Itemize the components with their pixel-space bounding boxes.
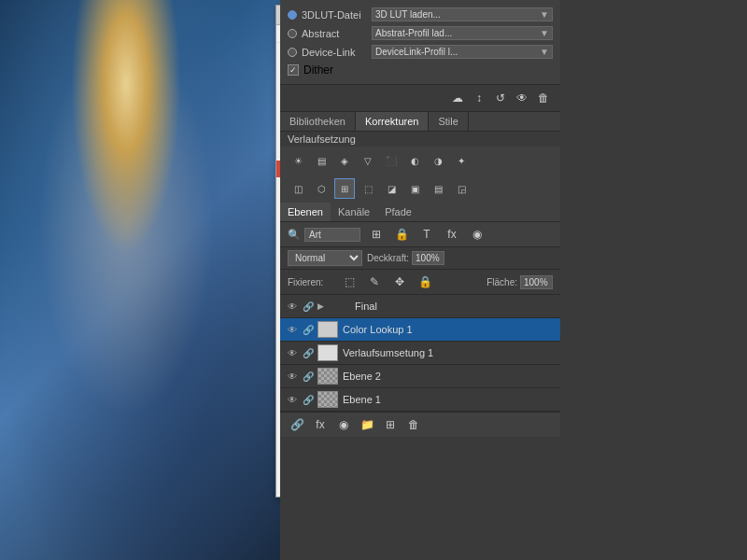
lock-position-icon[interactable]: ✥: [390, 273, 409, 291]
dropdown-item[interactable]: Fuji F125 Kodak 2393: [276, 261, 280, 278]
dropdown-item[interactable]: FuturisticBleak.3DL: [276, 312, 280, 329]
dropdown-item[interactable]: Bleach Bypass.look: [276, 77, 280, 93]
dropdown-item[interactable]: 3Strip.look: [276, 60, 280, 77]
layer-smart-icon[interactable]: ◉: [468, 225, 486, 244]
lock-all-icon[interactable]: 🔒: [416, 273, 434, 291]
layer-tab-kanaele[interactable]: Kanäle: [331, 203, 377, 221]
levels-icon[interactable]: ◈: [334, 150, 355, 171]
eye-icon[interactable]: 👁: [513, 89, 531, 107]
dropdown-header[interactable]: ✓ 3D LUT laden...: [276, 6, 280, 25]
delete-layer-icon[interactable]: 🗑: [404, 415, 423, 434]
arrow-icon[interactable]: ↕: [470, 89, 488, 107]
dropdown-item[interactable]: NightFromDay.CUBE: [276, 429, 280, 446]
device-link-radio[interactable]: [288, 48, 297, 57]
link-layers-icon[interactable]: 🔗: [288, 415, 306, 434]
layer-item[interactable]: 👁🔗Ebene 2: [280, 365, 560, 388]
add-style-icon[interactable]: fx: [311, 415, 330, 434]
abstract-dropdown[interactable]: Abstrat-Profil lad... ▼: [372, 26, 553, 40]
layer-eye-icon[interactable]: 👁: [286, 346, 299, 359]
layer-chain-icon[interactable]: 🔗: [302, 393, 315, 406]
colorbalance-icon[interactable]: ◑: [428, 150, 448, 171]
tab-bibliotheken[interactable]: Bibliotheken: [280, 112, 356, 131]
layer-eye-icon[interactable]: 👁: [286, 300, 299, 313]
dropdown-item[interactable]: Candlelight.CUBE: [276, 93, 280, 110]
invert-icon[interactable]: ⬚: [358, 178, 378, 199]
vibrance-icon[interactable]: ⬛: [381, 150, 402, 171]
blend-mode-select[interactable]: Normal: [288, 250, 362, 266]
device-link-dropdown[interactable]: DeviceLink-Profil l... ▼: [372, 45, 553, 59]
tab-korrekturen[interactable]: Korrekturen: [356, 112, 429, 131]
dropdown-item[interactable]: Kodak 5205 Fuji 3510: [276, 345, 280, 362]
layer-fx-icon[interactable]: fx: [443, 225, 461, 244]
hue-icon[interactable]: ◐: [404, 150, 425, 171]
opacity-input[interactable]: [412, 251, 444, 265]
dropdown-item[interactable]: 2Strip.look: [276, 43, 280, 60]
layer-eye-icon[interactable]: 👁: [286, 370, 299, 383]
gradient-map-icon[interactable]: ▤: [428, 178, 448, 199]
add-layer-icon[interactable]: ⊞: [381, 415, 400, 434]
cloud-icon[interactable]: ☁: [448, 89, 467, 107]
dropdown-menu: ✓ 3D LUT laden... Andere 2Strip.look3Str…: [275, 5, 280, 497]
layer-chain-icon[interactable]: 🔗: [302, 370, 315, 383]
dropdown-item[interactable]: Fuji F125 Kodak 2395: [276, 278, 280, 295]
posterize-icon[interactable]: ◪: [381, 178, 402, 199]
dropdown-item[interactable]: Crisp_Winter.look: [276, 127, 280, 144]
dropdown-andere: Andere: [276, 25, 280, 43]
lut-radio[interactable]: [288, 10, 297, 20]
lock-transparent-icon[interactable]: ⬚: [340, 273, 359, 291]
mask-icon[interactable]: ◉: [334, 415, 353, 434]
layer-search-input[interactable]: [304, 228, 360, 242]
photofilter-icon[interactable]: ◫: [288, 178, 308, 199]
dropdown-item[interactable]: Kodak 5218 Kodak 23: [276, 362, 280, 379]
dropdown-item[interactable]: DropBlues.3DL: [276, 144, 280, 161]
lut-label: 3DLUT-Datei: [288, 9, 372, 21]
layer-text-icon[interactable]: T: [417, 225, 436, 244]
filter-icon: 🔍: [288, 229, 301, 241]
dropdown-item[interactable]: LateSunset.3DL: [276, 396, 280, 413]
layer-item[interactable]: 👁🔗Color Lookup 1: [280, 318, 560, 342]
layer-eye-icon[interactable]: 👁: [286, 323, 299, 336]
add-group-icon[interactable]: 📁: [358, 415, 376, 434]
channelmixer-icon[interactable]: ⬡: [311, 178, 331, 199]
dropdown-item[interactable]: Crisp_Warm.look: [276, 110, 280, 127]
layer-chain-icon[interactable]: 🔗: [302, 300, 315, 313]
dropdown-item[interactable]: Fuji REALA 500D Kod: [276, 295, 280, 312]
dropdown-item[interactable]: EdgyAmber.3DL: [276, 161, 280, 177]
curves-icon[interactable]: ▤: [311, 150, 331, 171]
dropdown-item[interactable]: TensionGreen.3DL: [276, 480, 280, 497]
brightness-icon[interactable]: ☀: [288, 150, 308, 171]
exposure-icon[interactable]: ▽: [358, 150, 378, 171]
dropdown-item[interactable]: FoggyNight.3DL: [276, 211, 280, 228]
bw-icon[interactable]: ✦: [451, 150, 472, 171]
layer-chain-icon[interactable]: 🔗: [302, 323, 315, 336]
flaeche-input[interactable]: [520, 275, 553, 289]
selective-color-icon[interactable]: ◲: [451, 178, 472, 199]
dither-checkbox[interactable]: ✓: [288, 64, 299, 76]
tab-stile[interactable]: Stile: [429, 112, 468, 131]
layer-item[interactable]: 👁🔗Verlaufsumsetung 1: [280, 342, 560, 365]
dropdown-item[interactable]: Fuji ETERNA 250D Fu: [276, 228, 280, 245]
layer-chain-icon[interactable]: 🔗: [302, 346, 315, 359]
layer-tab-ebenen[interactable]: Ebenen: [280, 203, 331, 221]
dropdown-item[interactable]: filmstock_50.3dl: [276, 194, 280, 211]
dropdown-item[interactable]: HorrorBlue.3DL: [276, 329, 280, 345]
dropdown-item[interactable]: Fuji ETERNA 250D Ko: [276, 245, 280, 261]
layer-tab-pfade[interactable]: Pfade: [377, 203, 419, 221]
layer-eye-icon[interactable]: 👁: [286, 393, 299, 406]
colorlookup-icon[interactable]: ⊞: [334, 178, 355, 199]
lut-dropdown[interactable]: 3D LUT laden... ▼: [372, 7, 553, 21]
dropdown-item[interactable]: TealOrangePlusContra: [276, 463, 280, 480]
layer-lock-icon[interactable]: 🔒: [392, 225, 411, 244]
layer-item[interactable]: 👁🔗▶Final: [280, 295, 560, 318]
dropdown-item[interactable]: Kodak 5218 Kodak 23: [276, 379, 280, 396]
dropdown-item[interactable]: Moonlight.3DL: [276, 413, 280, 429]
dropdown-item[interactable]: Soft_Warming.look: [276, 446, 280, 463]
layer-item[interactable]: 👁🔗Ebene 1: [280, 388, 560, 412]
trash-icon[interactable]: 🗑: [534, 89, 553, 107]
reset-icon[interactable]: ↺: [491, 89, 510, 107]
abstract-radio[interactable]: [288, 29, 297, 38]
lock-pixels-icon[interactable]: ✎: [365, 273, 384, 291]
threshold-icon[interactable]: ▣: [404, 178, 425, 199]
layer-filter-icon[interactable]: ⊞: [367, 225, 386, 244]
dropdown-item[interactable]: FallColors.look: [276, 177, 280, 194]
